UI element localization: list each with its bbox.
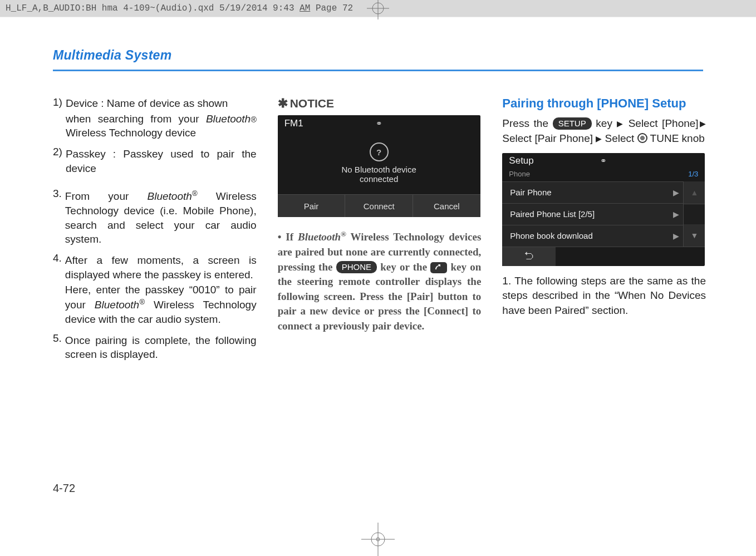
header-suffix: age 72 bbox=[321, 3, 354, 13]
crop-mark-icon bbox=[361, 523, 395, 556]
connect-button[interactable]: Connect bbox=[345, 195, 413, 217]
list-item: 2) Passkey : Passkey used to pair the de… bbox=[53, 146, 257, 175]
question-mark-icon: ? bbox=[370, 142, 389, 161]
list-item: 3. From your Bluetooth® Wireless Technol… bbox=[53, 188, 257, 247]
dialog-text-line: No Bluetooth device bbox=[342, 165, 416, 174]
right-column: Pairing through [PHONE] Setup Press the … bbox=[502, 96, 706, 367]
text: If bbox=[286, 231, 298, 243]
content-columns: 1) Device : Name of device as shown when… bbox=[0, 71, 756, 367]
list-lead: Device : Name of device as shown bbox=[66, 96, 257, 111]
list-body: After a few moments, a screen is display… bbox=[65, 253, 257, 282]
text: Wireless Technology device bbox=[66, 127, 196, 139]
dialog-buttons: Pair Connect Cancel bbox=[278, 194, 480, 217]
bluetooth-word: Bluetooth bbox=[206, 113, 251, 125]
left-column: 1) Device : Name of device as shown when… bbox=[53, 96, 257, 367]
header-am: AM bbox=[300, 3, 310, 13]
text: Select [Phone] bbox=[629, 117, 699, 129]
chevron-right-icon: ▶ bbox=[673, 232, 679, 240]
bluetooth-icon: ⚭ bbox=[600, 156, 607, 165]
setup-key-pill: SETUP bbox=[553, 117, 592, 130]
radio-band-label: FM1 bbox=[284, 118, 303, 129]
scroll-up-button[interactable]: ▲ bbox=[684, 181, 705, 204]
setup-rows: Pair Phone ▶ Paired Phone List [2/5] ▶ P… bbox=[502, 181, 705, 247]
dialog-body: ? No Bluetooth device connected bbox=[278, 132, 480, 194]
text: TUNE knob bbox=[650, 132, 705, 144]
list-item: 4. After a few moments, a screen is disp… bbox=[53, 252, 257, 327]
text: Press the bbox=[502, 117, 552, 129]
bluetooth-icon: ⚭ bbox=[376, 119, 382, 128]
phone-key-pill: PHONE bbox=[336, 261, 377, 273]
dialog-header: FM1 ⚭ bbox=[278, 115, 480, 132]
menu-row-label: Phone book download bbox=[510, 231, 592, 240]
registered-icon: ® bbox=[251, 115, 257, 124]
bluetooth-word: Bluetooth bbox=[298, 231, 341, 243]
right-intro: Press the SETUP key ▶ Select [Phone]▶ Se… bbox=[502, 116, 706, 146]
cancel-button[interactable]: Cancel bbox=[413, 195, 480, 217]
list-number: 3. bbox=[53, 188, 65, 247]
list-number: 5. bbox=[53, 332, 65, 362]
header-after-am: P bbox=[310, 3, 321, 13]
bluetooth-word: Bluetooth bbox=[148, 191, 192, 203]
list-body: Once pairing is complete, the following … bbox=[65, 333, 257, 362]
svg-point-5 bbox=[371, 533, 385, 546]
list-item: 5. Once pairing is complete, the followi… bbox=[53, 332, 257, 362]
back-button[interactable]: ⮌ bbox=[502, 247, 556, 266]
call-key-icon bbox=[430, 262, 447, 273]
setup-menu-screenshot: Setup ⚭ Phone 1/3 Pair Phone ▶ Paired Ph… bbox=[502, 153, 705, 266]
list-body: Here, enter the passkey “0010” to pair y… bbox=[65, 283, 257, 326]
menu-row-phonebook[interactable]: Phone book download ▶ bbox=[502, 225, 705, 247]
svg-point-2 bbox=[372, 3, 384, 14]
list-number: 2) bbox=[53, 146, 66, 175]
triangle-right-icon: ▶ bbox=[617, 119, 624, 128]
list-body: when searching from your Bluetooth® Wire… bbox=[55, 112, 257, 140]
chevron-right-icon: ▶ bbox=[673, 210, 679, 219]
page-number: 4-72 bbox=[53, 482, 75, 495]
menu-row-label: Pair Phone bbox=[510, 188, 551, 197]
crop-mark-icon bbox=[367, 0, 389, 19]
registered-icon: ® bbox=[139, 298, 145, 306]
bluetooth-word: Bluetooth bbox=[95, 299, 139, 311]
registered-icon: ® bbox=[341, 230, 346, 238]
notice-body: • If Bluetooth® Wireless Technology devi… bbox=[278, 229, 482, 333]
list-body: Passkey : Passkey used to pair the devic… bbox=[66, 147, 257, 175]
scrollbar: ▲ ▼ bbox=[683, 181, 705, 247]
triangle-right-icon: ▶ bbox=[699, 119, 706, 128]
text: Select [Pair Phone] bbox=[502, 132, 596, 144]
right-heading: Pairing through [PHONE] Setup bbox=[502, 96, 706, 111]
bluetooth-dialog-screenshot: FM1 ⚭ ? No Bluetooth device connected Pa… bbox=[278, 115, 480, 217]
text: Select bbox=[605, 132, 637, 144]
right-step: 1. The following steps are the same as t… bbox=[502, 274, 706, 318]
notice-heading: ✱NOTICE bbox=[278, 96, 482, 111]
asterisk-icon: ✱ bbox=[278, 96, 288, 110]
list-item: 1) Device : Name of device as shown when… bbox=[53, 96, 257, 140]
chevron-right-icon: ▶ bbox=[673, 188, 679, 197]
setup-page-count: 1/3 bbox=[688, 170, 698, 178]
setup-subheader: Phone 1/3 bbox=[502, 169, 705, 181]
text: key bbox=[596, 117, 616, 129]
pair-button[interactable]: Pair bbox=[278, 195, 346, 217]
setup-footer: ⮌ bbox=[502, 247, 705, 266]
middle-column: ✱NOTICE FM1 ⚭ ? No Bluetooth device conn… bbox=[278, 96, 482, 367]
tune-knob-icon bbox=[637, 133, 647, 143]
back-arrow-icon: ⮌ bbox=[524, 250, 534, 262]
menu-row-paired-list[interactable]: Paired Phone List [2/5] ▶ bbox=[502, 203, 705, 225]
menu-row-pair-phone[interactable]: Pair Phone ▶ bbox=[502, 181, 705, 203]
bullet-icon: • bbox=[278, 231, 282, 243]
triangle-right-icon: ▶ bbox=[596, 134, 602, 143]
section-title: Multimedia System bbox=[0, 17, 756, 65]
setup-sub-label: Phone bbox=[509, 170, 530, 178]
list-number: 4. bbox=[53, 252, 65, 327]
notice-label: NOTICE bbox=[290, 97, 334, 110]
text: when searching from your bbox=[66, 113, 206, 125]
list-body: The following steps are the same as the … bbox=[502, 275, 706, 316]
list-body: From your Bluetooth® Wireless Technology… bbox=[65, 189, 257, 247]
text: key or the bbox=[377, 261, 430, 273]
menu-row-label: Paired Phone List [2/5] bbox=[510, 209, 595, 219]
header-filename: H_LF_A,B_AUDIO:BH hma 4-109~(Audio).qxd … bbox=[6, 3, 300, 13]
scroll-down-button[interactable]: ▼ bbox=[684, 224, 705, 247]
dialog-text-line: connected bbox=[360, 174, 398, 184]
list-number: 1. bbox=[502, 275, 511, 287]
registered-icon: ® bbox=[192, 189, 198, 198]
setup-title: Setup bbox=[509, 155, 533, 166]
svg-point-6 bbox=[376, 538, 380, 541]
